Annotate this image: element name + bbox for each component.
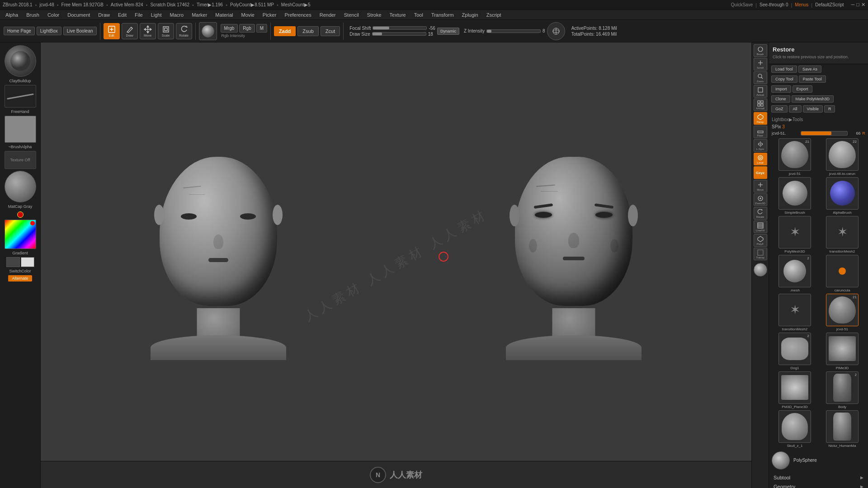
see-through[interactable]: See-through 0: [760, 2, 788, 7]
stroke-preview[interactable]: [5, 85, 36, 108]
menu-movie[interactable]: Movie: [237, 11, 258, 19]
all-btn[interactable]: All: [789, 105, 802, 113]
menu-stencil[interactable]: Stencil: [340, 11, 363, 19]
menu-draw[interactable]: Draw: [94, 11, 113, 19]
zadd-btn[interactable]: Zadd: [274, 26, 296, 36]
menu-macro[interactable]: Macro: [166, 11, 188, 19]
gradient-light-swatch[interactable]: [21, 257, 34, 267]
move-btn[interactable]: Move: [140, 23, 156, 39]
m-btn[interactable]: M: [256, 24, 267, 33]
nav-zoom[interactable]: Zoom: [754, 71, 767, 84]
menu-brush[interactable]: Brush: [23, 11, 43, 19]
gyro-icon-btn[interactable]: [547, 22, 565, 40]
nav-local[interactable]: Local: [754, 153, 767, 165]
copy-tool-btn[interactable]: Copy Tool: [771, 75, 797, 83]
menu-texture[interactable]: Texture: [386, 11, 410, 19]
alternate-btn[interactable]: Alternate: [8, 275, 32, 282]
nav-linefill[interactable]: LineFill: [754, 221, 767, 233]
menu-render[interactable]: Render: [316, 11, 340, 19]
paste-tool-btn[interactable]: Paste Tool: [799, 75, 826, 83]
draw-btn[interactable]: Draw: [122, 23, 138, 39]
color-picker[interactable]: [5, 220, 36, 249]
maximize-icon[interactable]: □: [856, 2, 859, 8]
menu-light[interactable]: Light: [147, 11, 165, 19]
nav-scroll[interactable]: Scroll: [754, 58, 767, 70]
nav-gxyz[interactable]: Gxyz: [754, 166, 767, 179]
thumb-21[interactable]: 21 jcvd-51: [772, 138, 818, 176]
nav-aahalf[interactable]: AAHalf: [754, 99, 767, 111]
thumb-plme3d[interactable]: PlMe3D: [819, 333, 865, 370]
dynamic-btn[interactable]: Dynamic: [437, 28, 459, 35]
gradient-dark-swatch[interactable]: [6, 257, 20, 267]
section-geometry[interactable]: Geometry ▶: [769, 482, 868, 488]
texture-off-btn[interactable]: Texture Off: [5, 151, 36, 169]
thumb-trans2[interactable]: ✶ transitionMesh2: [772, 294, 818, 331]
nav-actual[interactable]: Actual: [754, 85, 767, 98]
thumb-dog[interactable]: 2 Dog1: [772, 333, 818, 370]
nav-move[interactable]: Move: [754, 180, 767, 192]
menu-transform[interactable]: Transform: [428, 11, 458, 19]
mrgb-btn[interactable]: Mrgb: [221, 24, 238, 33]
r-btn[interactable]: R: [824, 105, 835, 113]
jcvd-slider[interactable]: [801, 131, 848, 136]
menu-marker[interactable]: Marker: [188, 11, 211, 19]
home-page-btn[interactable]: Home Page: [4, 27, 35, 35]
menu-file[interactable]: File: [131, 11, 146, 19]
thumb-22-item[interactable]: 22 jcvd-46-to-carun: [819, 138, 865, 176]
polysphere-row[interactable]: PolySphere: [769, 450, 868, 471]
thumb-alpha-brush[interactable]: AlphaBrush: [819, 177, 865, 215]
menu-picker[interactable]: Picker: [259, 11, 280, 19]
menu-zscript[interactable]: Zscript: [483, 11, 505, 19]
z-intensity-slider[interactable]: [486, 29, 541, 33]
thumb-nickz[interactable]: Nickz_HumanMa: [819, 410, 865, 448]
clone-btn[interactable]: Clone: [771, 95, 790, 103]
alpha-preview[interactable]: [5, 116, 36, 143]
default-zscript[interactable]: DefaultZScript: [815, 2, 844, 7]
nav-polyf[interactable]: PolyF: [754, 234, 767, 247]
import-btn[interactable]: Import: [771, 85, 791, 93]
quick-save[interactable]: QuickSave: [731, 2, 753, 7]
zcut-btn[interactable]: Zcut: [321, 26, 340, 36]
lightbox-btn[interactable]: LightBox: [37, 27, 61, 35]
focal-shift-slider[interactable]: [373, 26, 427, 30]
menu-zplugin[interactable]: Zplugin: [458, 11, 482, 19]
scale-btn[interactable]: Scale: [158, 23, 174, 39]
thumb-caruncula[interactable]: caruncula: [819, 255, 865, 292]
nav-rotate[interactable]: Rotate: [754, 207, 767, 220]
thumb-jcvd51-b[interactable]: 21 jcvd-51: [819, 294, 865, 331]
visible-btn[interactable]: Visible: [803, 105, 823, 113]
export-btn[interactable]: Export: [793, 85, 812, 93]
nav-lsym[interactable]: L.Sym: [754, 139, 767, 152]
live-boolean-btn[interactable]: Live Boolean: [63, 27, 97, 35]
nav-zoom3d[interactable]: Zoom3D: [754, 193, 767, 206]
menu-color[interactable]: Color: [44, 11, 63, 19]
menu-preferences[interactable]: Preferences: [281, 11, 315, 19]
matcap-preview[interactable]: [5, 171, 36, 202]
make-polymesh-btn[interactable]: Make PolyMesh3D: [792, 95, 834, 103]
menu-stroke[interactable]: Stroke: [363, 11, 385, 19]
rgb-btn[interactable]: Rgb: [239, 24, 255, 33]
nav-persp[interactable]: Persp: [754, 112, 767, 125]
load-tool-btn[interactable]: Load Tool: [771, 66, 797, 73]
nav-brush[interactable]: Brush: [754, 44, 767, 57]
minimize-icon[interactable]: ─: [851, 2, 855, 8]
menu-document[interactable]: Document: [64, 11, 94, 19]
nav-floor[interactable]: Floor: [754, 126, 767, 138]
nav-matcap-thumb[interactable]: [754, 263, 767, 277]
goz-btn[interactable]: GoZ: [771, 105, 788, 113]
thumb-mesh[interactable]: 2 .mesh: [772, 255, 818, 292]
nav-transp[interactable]: Transp: [754, 248, 767, 260]
zsub-btn[interactable]: Zsub: [297, 26, 318, 36]
menu-tool[interactable]: Tool: [410, 11, 427, 19]
draw-size-slider[interactable]: [372, 32, 426, 36]
section-subtool[interactable]: Subtool ▶: [769, 473, 868, 482]
edit-btn[interactable]: Edit: [104, 23, 120, 39]
menu-alpha[interactable]: Alpha: [2, 11, 22, 19]
lightbox-tools-row[interactable]: Lightbox▶Tools: [769, 116, 868, 123]
menu-edit[interactable]: Edit: [114, 11, 130, 19]
sphere-icon-btn[interactable]: [199, 22, 217, 40]
rotate-btn[interactable]: Rotate: [176, 23, 192, 39]
thumb-body[interactable]: 2 Body: [819, 371, 865, 409]
close-icon[interactable]: ✕: [861, 2, 865, 8]
thumb-simple-brush[interactable]: SimpleBrush: [772, 177, 818, 215]
